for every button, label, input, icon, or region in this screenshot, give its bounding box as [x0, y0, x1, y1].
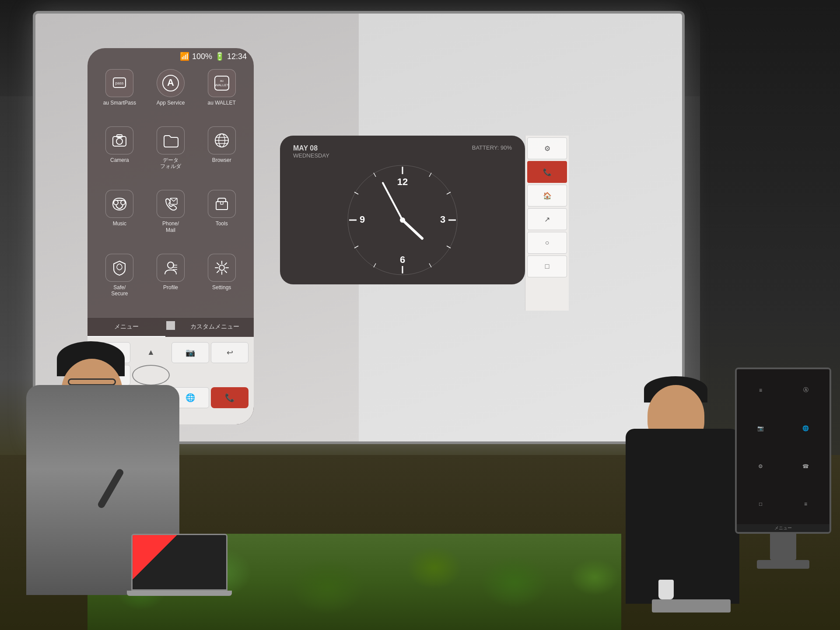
clock-weekday: WEDNESDAY — [293, 152, 329, 159]
app-au-smartpass[interactable]: pass au SmartPass — [96, 69, 143, 122]
clock-battery: BATTERY: 90% — [472, 144, 512, 159]
au-wallet-label: au WALLET — [208, 100, 236, 106]
monitor-stand — [770, 534, 796, 560]
clock-header: MAY 08 WEDNESDAY BATTERY: 90% — [293, 144, 512, 159]
tools-label: Tools — [216, 220, 228, 227]
battery-percent: 100% — [192, 52, 212, 61]
svg-point-8 — [116, 138, 122, 144]
monitor-screen: ≡ Ⓐ 📷 🌐 ⚙ ☎ □ ≡ メニュー — [735, 368, 831, 534]
laptop-screen-content — [133, 535, 226, 589]
svg-point-25 — [219, 265, 224, 270]
phone-apps-grid: pass au SmartPass A App Service — [88, 65, 254, 317]
phone-status-bar: 📶 100% 🔋 12:34 — [88, 48, 254, 65]
app-safe-secure[interactable]: Safe/Secure — [96, 254, 143, 313]
table-cup — [658, 580, 674, 599]
monitor-right: ≡ Ⓐ 📷 🌐 ⚙ ☎ □ ≡ メニュー — [735, 368, 831, 578]
nav-back-left-btn[interactable]: ↩ — [211, 342, 248, 363]
svg-line-46 — [374, 173, 376, 177]
au-smartpass-label: au SmartPass — [103, 100, 136, 106]
app-tools[interactable]: Tools — [198, 190, 245, 249]
folder-icon — [157, 126, 185, 154]
app-profile[interactable]: Profile — [147, 254, 194, 313]
monitor-icon-2: Ⓐ — [784, 371, 828, 409]
signal-icon: 📶 — [180, 52, 189, 61]
app-browser[interactable]: Browser — [198, 126, 245, 186]
monitor-icon-4: 🌐 — [784, 410, 828, 447]
svg-line-48 — [383, 183, 402, 220]
menu-tab-main[interactable]: メニュー — [88, 318, 165, 337]
app-settings[interactable]: Settings — [198, 254, 245, 313]
svg-text:6: 6 — [400, 254, 405, 265]
browser-icon — [208, 126, 236, 154]
monitor-icon-1: ≡ — [738, 371, 783, 409]
monitor-menu-label: メニュー — [737, 524, 830, 532]
safe-secure-label: Safe/Secure — [111, 284, 128, 297]
app-data-folder[interactable]: データフォルダ — [147, 126, 194, 186]
app-camera[interactable]: Camera — [96, 126, 143, 186]
svg-line-36 — [429, 173, 431, 177]
phone-mail-label: Phone/Mail — [162, 220, 179, 233]
menu-tab-main-label: メニュー — [91, 323, 162, 331]
side-panel-square[interactable]: □ — [527, 256, 567, 277]
svg-text:pass: pass — [116, 81, 124, 85]
clock-widget: MAY 08 WEDNESDAY BATTERY: 90% 12 3 6 — [280, 136, 525, 284]
phone-mail-icon — [157, 190, 185, 218]
monitor-icon-7: □ — [738, 486, 783, 522]
person-right — [612, 402, 752, 604]
clock-svg: 12 3 6 9 — [346, 163, 459, 277]
monitor-icon-5: ⚙ — [738, 448, 783, 485]
au-smartpass-icon: pass — [105, 69, 133, 97]
clock-face: 12 3 6 9 — [293, 163, 512, 277]
monitor-icon-6: ☎ — [784, 448, 828, 485]
tools-icon — [208, 190, 236, 218]
menu-tab-custom-label: カスタムメニュー — [179, 323, 250, 331]
nav-up-btn[interactable]: ▲ — [132, 342, 170, 363]
svg-point-49 — [400, 217, 405, 223]
laptop-screen — [131, 534, 228, 591]
svg-line-42 — [374, 263, 376, 267]
svg-text:au: au — [220, 79, 224, 82]
settings-label: Settings — [212, 284, 231, 290]
clock-time: 12:34 — [227, 52, 247, 61]
side-panel: ⚙ 📞 🏠 ↗ ○ □ — [525, 136, 569, 311]
app-app-service[interactable]: A App Service — [147, 69, 194, 122]
monitor-icon-8: ≡ — [784, 486, 828, 522]
music-icon — [105, 190, 133, 218]
app-service-label: App Service — [157, 100, 185, 106]
menu-tab-custom[interactable]: カスタムメニュー — [176, 318, 254, 337]
side-panel-home[interactable]: 🏠 — [527, 185, 567, 206]
svg-line-40 — [429, 263, 431, 267]
svg-text:A: A — [167, 77, 174, 88]
side-panel-gear[interactable]: ⚙ — [527, 137, 567, 159]
monitor-content: ≡ Ⓐ 📷 🌐 ⚙ ☎ □ ≡ — [737, 369, 830, 524]
svg-text:12: 12 — [397, 176, 408, 187]
app-au-wallet[interactable]: au WALLET au WALLET — [198, 69, 245, 122]
laptop-base — [127, 591, 232, 596]
menu-indicator — [166, 321, 175, 330]
nav-call-btn[interactable]: 📞 — [211, 387, 248, 408]
music-label: Music — [113, 220, 126, 227]
svg-rect-19 — [216, 202, 228, 210]
side-panel-call[interactable]: 📞 — [527, 161, 567, 183]
side-panel-arrow[interactable]: ↗ — [527, 208, 567, 230]
app-service-icon: A — [157, 69, 185, 97]
clock-date: MAY 08 — [293, 144, 329, 152]
phone-menu-bar: メニュー カスタムメニュー — [88, 317, 254, 337]
camera-label: Camera — [110, 157, 129, 163]
monitor-base — [757, 560, 809, 569]
svg-text:9: 9 — [360, 214, 365, 225]
browser-label: Browser — [212, 157, 231, 163]
profile-label: Profile — [163, 284, 178, 290]
clock-date-day: MAY 08 WEDNESDAY — [293, 144, 329, 159]
nav-camera-btn[interactable]: 📷 — [172, 342, 209, 363]
side-panel-circle[interactable]: ○ — [527, 232, 567, 254]
folder-label: データフォルダ — [160, 157, 181, 170]
profile-icon — [157, 254, 185, 282]
person-right-body — [626, 429, 739, 604]
svg-line-47 — [402, 220, 422, 238]
app-phone-mail[interactable]: Phone/Mail — [147, 190, 194, 249]
settings-icon — [208, 254, 236, 282]
app-music[interactable]: Music — [96, 190, 143, 249]
battery-icon: 🔋 — [215, 52, 224, 61]
safe-secure-icon — [105, 254, 133, 282]
